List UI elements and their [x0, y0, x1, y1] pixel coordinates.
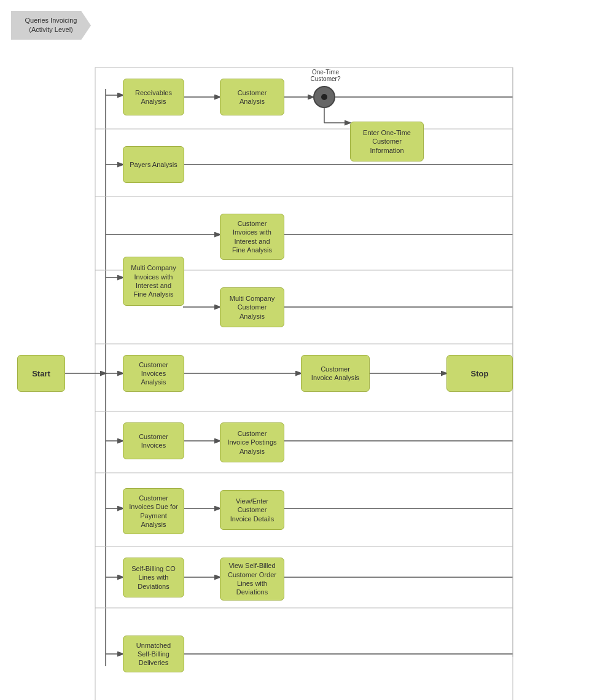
customer-invoices-analysis-node[interactable]: CustomerInvoicesAnalysis: [123, 355, 184, 392]
receivables-analysis-node[interactable]: ReceivablesAnalysis: [123, 79, 184, 115]
customer-invoices-interest-fine-node[interactable]: CustomerInvoices withInterest andFine An…: [220, 214, 284, 260]
process-label: Queries Invoicing (Activity Level): [11, 11, 91, 40]
customer-analysis-node[interactable]: CustomerAnalysis: [220, 79, 284, 115]
self-billing-co-node[interactable]: Self-Billing COLines withDeviations: [123, 558, 184, 597]
view-enter-customer-node[interactable]: View/EnterCustomerInvoice Details: [220, 490, 284, 530]
multi-company-invoices-node[interactable]: Multi CompanyInvoices withInterest andFi…: [123, 257, 184, 306]
customer-invoices-due-node[interactable]: CustomerInvoices Due forPaymentAnalysis: [123, 488, 184, 534]
diagram-container: Queries Invoicing (Activity Level): [0, 0, 592, 700]
decision-label: One-TimeCustomer?: [301, 69, 350, 82]
enter-onetime-node[interactable]: Enter One-TimeCustomerInformation: [350, 122, 424, 161]
multi-company-customer-analysis-node[interactable]: Multi CompanyCustomerAnalysis: [220, 287, 284, 327]
start-node: Start: [17, 355, 65, 392]
unmatched-self-billing-node[interactable]: UnmatchedSelf-BillingDeliveries: [123, 636, 184, 672]
customer-invoice-postings-node[interactable]: CustomerInvoice PostingsAnalysis: [220, 422, 284, 462]
payers-analysis-node[interactable]: Payers Analysis: [123, 146, 184, 183]
connections-svg: [0, 0, 592, 700]
stop-node: Stop: [446, 355, 513, 392]
customer-invoice-analysis-node[interactable]: CustomerInvoice Analysis: [301, 355, 370, 392]
one-time-customer-decision: [313, 86, 335, 108]
customer-invoices-node[interactable]: CustomerInvoices: [123, 422, 184, 459]
view-self-billed-node[interactable]: View Self-BilledCustomer OrderLines with…: [220, 558, 284, 601]
